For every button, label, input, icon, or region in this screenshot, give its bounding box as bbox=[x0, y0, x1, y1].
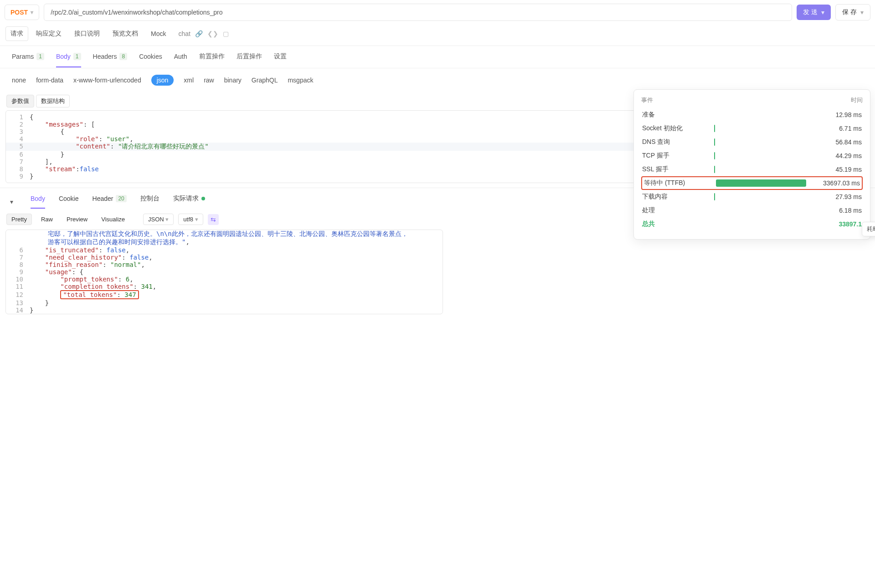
timing-row: 总共33897.1 bbox=[641, 217, 863, 231]
tab-body[interactable]: Body 1 bbox=[56, 53, 81, 67]
send-button[interactable]: 发 送 ▾ bbox=[797, 5, 831, 20]
code-icon[interactable]: ❮❯ bbox=[207, 30, 218, 37]
subtab-request[interactable]: 请求 bbox=[5, 26, 28, 41]
subtab-mock[interactable]: Mock bbox=[146, 27, 171, 41]
timing-head-event: 事件 bbox=[641, 96, 653, 104]
resp-tab-actual[interactable]: 实际请求 bbox=[173, 194, 205, 209]
subtab-preview-doc[interactable]: 预览文档 bbox=[108, 26, 143, 41]
bodytype-form-data[interactable]: form-data bbox=[36, 77, 63, 84]
bodytype-urlencoded[interactable]: x-www-form-urlencoded bbox=[73, 77, 141, 84]
timing-row: 准备12.98 ms bbox=[641, 108, 863, 122]
resp-tab-console[interactable]: 控制台 bbox=[140, 194, 160, 209]
link-icon[interactable]: 🔗 bbox=[195, 30, 203, 37]
bodytype-binary[interactable]: binary bbox=[224, 77, 242, 84]
resp-tab-body[interactable]: Body bbox=[31, 195, 45, 209]
tab-pre[interactable]: 前置操作 bbox=[199, 52, 225, 68]
timing-row: TCP 握手44.29 ms bbox=[641, 149, 863, 163]
timing-row: SSL 握手45.19 ms bbox=[641, 163, 863, 176]
window-icon[interactable]: ▢ bbox=[223, 30, 229, 37]
format-icon[interactable]: ⇆ bbox=[208, 214, 219, 225]
tab-settings[interactable]: 设置 bbox=[274, 52, 287, 68]
timing-row: DNS 查询56.84 ms bbox=[641, 135, 863, 149]
method-label: POST bbox=[10, 9, 28, 16]
timing-popover: 事件 时间 准备12.98 msSocket 初始化6.71 msDNS 查询5… bbox=[633, 89, 870, 240]
code-line: 8 "finish_reason": "normal", bbox=[6, 261, 443, 268]
resp-tab-cookie[interactable]: Cookie bbox=[59, 195, 79, 209]
bodytype-graphql[interactable]: GraphQL bbox=[252, 77, 278, 84]
chevron-down-icon: ▾ bbox=[195, 216, 198, 223]
chevron-down-icon: ▾ bbox=[821, 9, 824, 16]
timing-row: Socket 初始化6.71 ms bbox=[641, 122, 863, 135]
code-line: 10 "prompt_tokens": 6, bbox=[6, 276, 443, 283]
tab-cookies[interactable]: Cookies bbox=[139, 53, 162, 67]
chevron-down-icon: ▾ bbox=[860, 9, 864, 16]
response-body-viewer[interactable]: 宅邸，了解中国古代宫廷文化和历史。\n\n此外，北京还有圆明园遗址公园、明十三陵… bbox=[5, 230, 443, 314]
save-label: 保 存 bbox=[842, 8, 857, 16]
bodytype-json[interactable]: json bbox=[151, 75, 174, 86]
send-label: 发 送 bbox=[803, 8, 818, 16]
url-input[interactable]: /rpc/2.0/ai_custom/v1/wenxinworkshop/cha… bbox=[44, 4, 792, 21]
count-badge: 1 bbox=[73, 53, 81, 60]
view-raw[interactable]: Raw bbox=[36, 214, 57, 225]
bodytype-none[interactable]: none bbox=[12, 77, 26, 84]
view-pretty[interactable]: Pretty bbox=[6, 214, 32, 225]
code-line: 宅邸，了解中国古代宫廷文化和历史。\n\n此外，北京还有圆明园遗址公园、明十三陵… bbox=[6, 230, 443, 246]
tab-auth[interactable]: Auth bbox=[174, 53, 187, 67]
code-line: 14} bbox=[6, 307, 443, 314]
count-badge: 20 bbox=[116, 195, 126, 202]
bodytype-msgpack[interactable]: msgpack bbox=[288, 77, 313, 84]
view-preview[interactable]: Preview bbox=[62, 214, 92, 225]
code-line: 6 "is_truncated": false, bbox=[6, 246, 443, 254]
subtab-response-def[interactable]: 响应定义 bbox=[31, 26, 67, 41]
subtab-api-desc[interactable]: 接口说明 bbox=[69, 26, 105, 41]
timing-row: 处理6.18 ms bbox=[641, 204, 863, 217]
timing-row: 下载内容27.93 ms bbox=[641, 190, 863, 204]
timing-tooltip: 耗时 bbox=[862, 222, 875, 236]
format-select[interactable]: JSON ▾ bbox=[143, 214, 174, 225]
code-line: 12 "total_tokens": 347 bbox=[6, 290, 443, 299]
code-line: 11 "completion_tokens": 341, bbox=[6, 283, 443, 290]
charset-select[interactable]: utf8 ▾ bbox=[178, 214, 203, 225]
tab-headers[interactable]: Headers 8 bbox=[93, 53, 128, 67]
method-select[interactable]: POST ▾ bbox=[5, 5, 39, 20]
bodytype-xml[interactable]: xml bbox=[184, 77, 194, 84]
timing-row: 等待中 (TTFB)33697.03 ms bbox=[641, 176, 863, 190]
code-line: 7 "need_clear_history": false, bbox=[6, 254, 443, 261]
chevron-down-icon: ▾ bbox=[165, 216, 169, 223]
save-button[interactable]: 保 存 ▾ bbox=[835, 4, 870, 20]
timing-head-time: 时间 bbox=[851, 96, 863, 104]
code-line: 13 } bbox=[6, 299, 443, 307]
bodytype-raw[interactable]: raw bbox=[204, 77, 214, 84]
resp-tab-header[interactable]: Header 20 bbox=[93, 195, 127, 209]
tab-post[interactable]: 后置操作 bbox=[237, 52, 262, 68]
status-dot-icon bbox=[201, 197, 205, 200]
collapse-response-icon[interactable]: ▾ bbox=[10, 198, 13, 205]
seg-value[interactable]: 参数值 bbox=[6, 95, 34, 107]
chevron-down-icon: ▾ bbox=[31, 9, 33, 15]
seg-struct[interactable]: 数据结构 bbox=[36, 95, 70, 107]
chat-label: chat bbox=[178, 30, 190, 37]
count-badge: 8 bbox=[119, 53, 127, 60]
count-badge: 1 bbox=[36, 53, 44, 60]
code-line: 9 "usage": { bbox=[6, 268, 443, 276]
view-visualize[interactable]: Visualize bbox=[97, 214, 129, 225]
tab-params[interactable]: Params 1 bbox=[12, 53, 44, 67]
